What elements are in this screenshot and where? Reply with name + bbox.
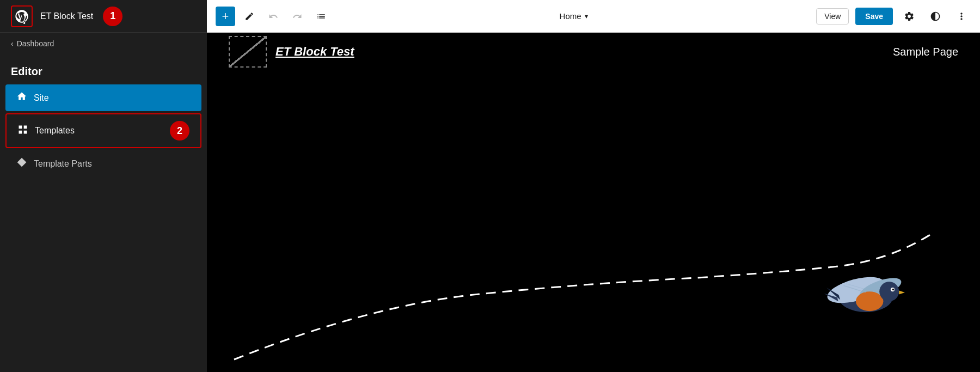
canvas-nav-link[interactable]: Sample Page bbox=[893, 46, 958, 58]
dashboard-link[interactable]: ‹ Dashboard bbox=[0, 33, 207, 54]
sidebar-item-templates[interactable]: Templates 2 bbox=[5, 113, 201, 148]
canvas-area: ET Block Test Sample Page bbox=[207, 33, 980, 372]
redo-button[interactable] bbox=[287, 7, 307, 26]
more-options-button[interactable] bbox=[952, 7, 971, 26]
dashboard-label: Dashboard bbox=[17, 39, 54, 48]
view-button[interactable]: View bbox=[816, 8, 849, 25]
edit-button[interactable] bbox=[240, 7, 259, 26]
home-icon bbox=[16, 91, 27, 105]
sidebar-item-template-parts-label: Template Parts bbox=[34, 159, 92, 169]
sidebar-header: ET Block Test 1 bbox=[0, 0, 207, 33]
svg-point-6 bbox=[892, 289, 895, 291]
canvas-site-title: ET Block Test bbox=[275, 45, 354, 59]
toolbar-left: + bbox=[216, 7, 331, 26]
save-button[interactable]: Save bbox=[855, 8, 893, 25]
sidebar-item-site[interactable]: Site bbox=[5, 84, 201, 111]
bird-svg bbox=[817, 263, 915, 327]
undo-button[interactable] bbox=[264, 7, 283, 26]
toolbar: + Home ▾ View Save bbox=[207, 0, 980, 33]
sidebar-item-template-parts[interactable]: Template Parts bbox=[5, 150, 201, 177]
sidebar-item-site-label: Site bbox=[34, 93, 49, 103]
badge-2: 2 bbox=[170, 121, 189, 141]
sidebar: ET Block Test 1 ‹ Dashboard Editor Site … bbox=[0, 0, 207, 372]
grid-icon bbox=[17, 124, 28, 138]
add-button[interactable]: + bbox=[216, 7, 235, 26]
toolbar-center: Home ▾ bbox=[335, 8, 812, 24]
site-title: ET Block Test bbox=[40, 11, 93, 21]
editor-label: Editor bbox=[0, 54, 207, 83]
canvas-logo-area: ET Block Test bbox=[229, 36, 354, 68]
chevron-left-icon: ‹ bbox=[11, 39, 14, 48]
svg-point-4 bbox=[879, 282, 899, 301]
canvas-header: ET Block Test Sample Page bbox=[207, 33, 980, 71]
badge-1: 1 bbox=[103, 7, 122, 26]
logo-placeholder bbox=[229, 36, 267, 68]
toolbar-right: View Save bbox=[816, 7, 971, 26]
home-label: Home bbox=[560, 11, 581, 21]
bird-container bbox=[817, 263, 915, 328]
wordpress-logo[interactable] bbox=[11, 5, 33, 27]
appearance-button[interactable] bbox=[926, 7, 945, 26]
home-selector[interactable]: Home ▾ bbox=[554, 8, 593, 24]
diamond-icon bbox=[16, 157, 27, 170]
svg-point-3 bbox=[856, 291, 883, 311]
svg-marker-7 bbox=[899, 290, 905, 294]
sidebar-item-templates-label: Templates bbox=[35, 126, 75, 136]
settings-button[interactable] bbox=[899, 7, 919, 26]
list-view-button[interactable] bbox=[311, 7, 331, 26]
chevron-down-icon: ▾ bbox=[585, 13, 588, 20]
